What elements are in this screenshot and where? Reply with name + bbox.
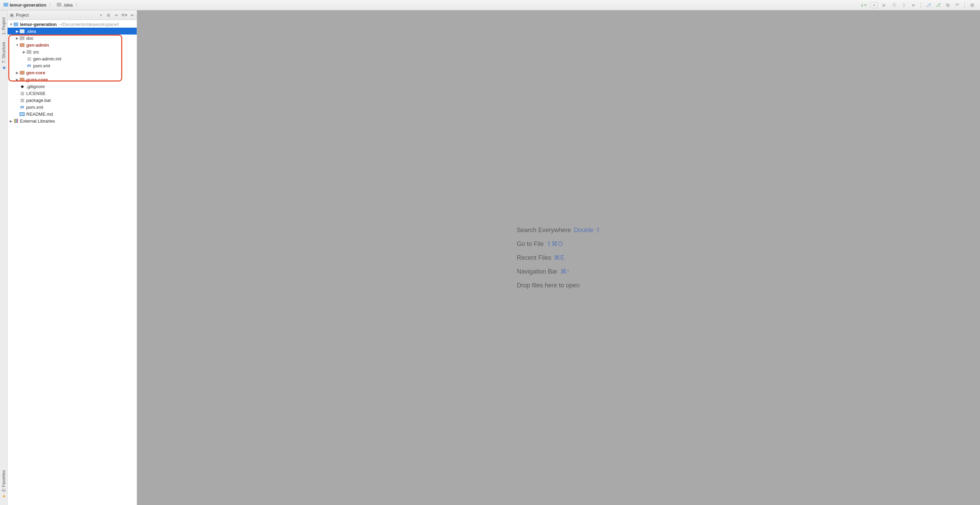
update-icon[interactable]: ⇣01 [861, 2, 867, 8]
svg-rect-5 [20, 43, 24, 47]
maven-file-icon: m [26, 63, 32, 69]
expand-arrow-icon[interactable]: ▶ [15, 78, 19, 81]
markdown-file-icon: MD [19, 111, 25, 117]
project-tool-window: ▣ Project ▾ ⊕ ⇥ ✲▾ ⇤ ▼ lemur-generation … [8, 10, 137, 505]
tree-item-gen-core[interactable]: ▶ gen-core [8, 69, 137, 76]
tree-root-path: ~/Documents/ideaworkspace/l [59, 22, 119, 27]
folder-icon [3, 2, 8, 8]
folder-icon [26, 49, 32, 54]
separator [964, 2, 965, 8]
undo-icon[interactable]: ↶ [954, 2, 960, 8]
svg-rect-4 [20, 36, 24, 40]
tree-item-external-libraries[interactable]: ▶ External Libraries [8, 118, 137, 124]
vcs-commit-icon[interactable]: ⎇ [935, 2, 941, 8]
breadcrumb[interactable]: lemur-generation 〉 .idea 〉 [3, 2, 861, 8]
toolwindow-structure-label: 7: Structure [2, 42, 6, 63]
hint-recent-shortcut: ⌘E [554, 251, 564, 264]
iml-file-icon: ▤ [26, 56, 32, 62]
tree-item-package-bat[interactable]: • ▤ package.bat [8, 97, 137, 104]
project-panel-title: Project [16, 13, 29, 18]
expand-arrow-icon[interactable]: ▶ [22, 50, 26, 54]
svg-rect-1 [57, 3, 62, 6]
module-folder-icon [19, 70, 25, 75]
project-panel-header: ▣ Project ▾ ⊕ ⇥ ✲▾ ⇤ [8, 10, 137, 20]
tree-item-idea[interactable]: ▶ .idea [8, 28, 137, 35]
editor-empty-area[interactable]: Search Everywhere Double ⇧ Go to File ⇧⌘… [137, 10, 980, 505]
tree-item-gen-admin[interactable]: ▼ gen-admin [8, 41, 137, 48]
collapse-all-icon[interactable]: ⇥ [114, 13, 118, 18]
folder-icon [57, 2, 62, 8]
maven-file-icon: m [19, 104, 25, 110]
vcs-history-icon[interactable]: ⧉ [945, 2, 951, 8]
breadcrumb-root[interactable]: lemur-generation [3, 2, 47, 8]
separator [921, 2, 921, 8]
debug-icon[interactable]: ⦿ [891, 2, 897, 8]
tree-item-label: README.md [26, 112, 53, 117]
svg-rect-8 [20, 78, 24, 81]
tree-item-license[interactable]: • ▤ LICENSE [8, 90, 137, 97]
tree-item-src[interactable]: ▶ src [8, 48, 137, 55]
expand-arrow-icon[interactable]: ▶ [15, 29, 19, 33]
tree-item-pom-xml-root[interactable]: • m pom.xml [8, 104, 137, 110]
tree-item-label: LICENSE [26, 91, 46, 96]
structure-icon[interactable]: ⊞ [969, 2, 975, 8]
tree-item-doc[interactable]: ▶ doc [8, 35, 137, 41]
tree-item-label: gen-admin.iml [33, 56, 62, 62]
tree-item-pom-xml[interactable]: • m pom.xml [8, 62, 137, 69]
folder-icon [19, 35, 25, 41]
module-folder-icon [19, 42, 25, 48]
expand-arrow-icon[interactable]: ▶ [15, 71, 19, 75]
toolbar-actions: ⇣01 ▾ ▶ ⦿ ⟫ ■ ⎇ ⎇ ⧉ ↶ ⊞ [861, 2, 977, 8]
hint-gotofile-shortcut: ⇧⌘O [546, 237, 563, 251]
expand-arrow-icon[interactable]: ▼ [9, 22, 13, 26]
vcs-branch-icon[interactable]: ⎇ [925, 2, 931, 8]
view-mode-dropdown[interactable]: ▾ [100, 13, 105, 17]
expand-arrow-icon[interactable]: ▶ [15, 36, 19, 40]
stop-icon[interactable]: ■ [910, 2, 916, 8]
tree-root-label: lemur-generation [20, 22, 57, 27]
run-icon[interactable]: ▶ [881, 2, 888, 8]
svg-rect-2 [13, 22, 18, 26]
chevron-right-icon: 〉 [49, 2, 54, 8]
breadcrumb-root-label: lemur-generation [10, 2, 46, 8]
tree-item-gitignore[interactable]: • ◆ .gitignore [8, 83, 137, 90]
project-tree[interactable]: ▼ lemur-generation ~/Documents/ideaworks… [8, 20, 137, 505]
tree-item-label: gen-core [26, 70, 45, 75]
text-file-icon: ▤ [19, 97, 25, 103]
settings-gear-icon[interactable]: ✲▾ [121, 13, 127, 18]
tree-item-label: gen-admin [26, 43, 49, 48]
chevron-right-icon: 〉 [75, 2, 80, 8]
tree-item-readme[interactable]: • MD README.md [8, 110, 137, 118]
expand-arrow-icon[interactable]: ▶ [9, 119, 13, 123]
tree-item-label: External Libraries [20, 118, 55, 124]
hide-icon[interactable]: ⇤ [131, 13, 135, 18]
left-tool-gutter: 1: Project ◆ 7: Structure ★ 2: Favorites [0, 10, 8, 505]
toolwindow-favorites-label: 2: Favorites [2, 470, 6, 492]
folder-icon [19, 28, 25, 34]
locate-icon[interactable]: ⊕ [107, 13, 110, 18]
tree-root[interactable]: ▼ lemur-generation ~/Documents/ideaworks… [8, 21, 137, 28]
toolwindow-project-button[interactable]: 1: Project [1, 14, 7, 38]
libraries-icon [13, 118, 19, 124]
hint-navbar-shortcut: ⌘↑ [560, 264, 570, 279]
coverage-icon[interactable]: ⟫ [900, 2, 907, 8]
tree-item-gen-admin-iml[interactable]: • ▤ gen-admin.iml [8, 55, 137, 62]
tree-item-label: .idea [26, 29, 36, 34]
toolwindow-favorites-button[interactable]: ★ 2: Favorites [1, 467, 7, 502]
hint-recent-label: Recent Files [517, 251, 551, 264]
tree-item-label: src [33, 49, 39, 54]
tree-item-label: package.bat [26, 98, 51, 103]
tree-item-label: pom.xml [26, 105, 43, 110]
navigation-bar: lemur-generation 〉 .idea 〉 ⇣01 ▾ ▶ ⦿ ⟫ ■… [0, 0, 980, 10]
project-view-icon: ▣ [10, 13, 14, 18]
expand-arrow-icon[interactable]: ▼ [15, 43, 19, 47]
tree-item-guns-core[interactable]: ▶ guns-core [8, 76, 137, 83]
breadcrumb-sub[interactable]: .idea [56, 2, 73, 8]
hint-navbar-label: Navigation Bar [517, 264, 557, 279]
hint-gotofile-label: Go to File [517, 237, 544, 251]
dropdown-icon[interactable]: ▾ [870, 2, 878, 8]
hint-search-label: Search Everywhere [517, 223, 571, 237]
gitignore-file-icon: ◆ [19, 84, 25, 89]
toolwindow-structure-button[interactable]: ◆ 7: Structure [1, 38, 7, 73]
tree-item-label: pom.xml [33, 63, 50, 69]
